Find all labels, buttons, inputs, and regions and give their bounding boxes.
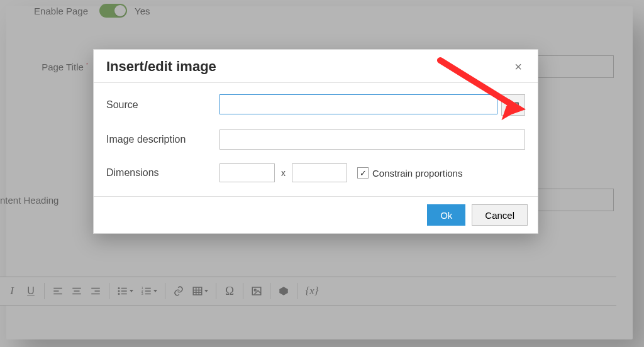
svg-point-29 (513, 104, 516, 107)
ok-button[interactable]: Ok (427, 204, 465, 226)
description-input[interactable] (219, 129, 525, 150)
folder-search-icon (507, 100, 519, 110)
cancel-button[interactable]: Cancel (472, 204, 528, 226)
modal-title: Insert/edit image (106, 58, 216, 75)
constrain-label: Constrain proportions (372, 168, 462, 179)
source-label: Source (106, 99, 219, 111)
source-input[interactable] (219, 94, 497, 114)
browse-button[interactable] (501, 94, 525, 116)
dimension-x: x (281, 168, 286, 178)
constrain-checkbox[interactable] (357, 167, 369, 179)
height-input[interactable] (292, 163, 347, 182)
description-label: Image description (106, 134, 219, 145)
width-input[interactable] (219, 163, 275, 182)
dimensions-label: Dimensions (106, 167, 219, 179)
close-icon[interactable]: × (511, 60, 525, 74)
insert-image-modal: Insert/edit image × Source (93, 49, 538, 234)
